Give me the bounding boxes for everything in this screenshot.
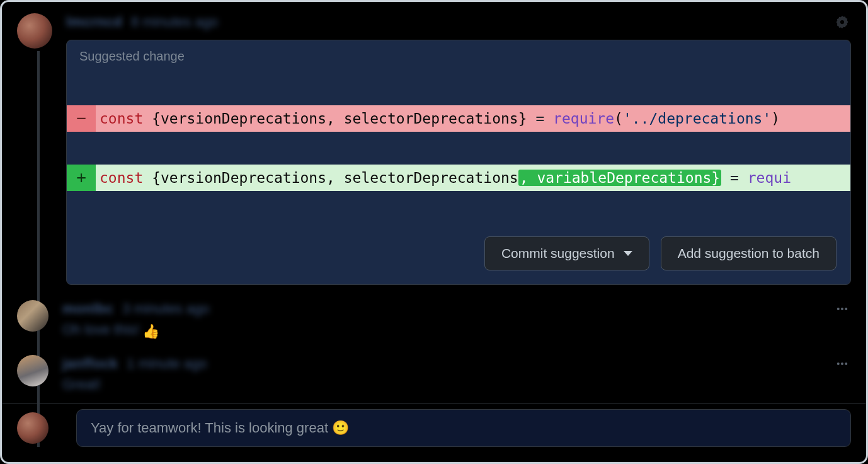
comment-timestamp: 1 minute ago [127,356,207,372]
comment-meta: janffock 1 minute ago [62,355,851,373]
review-conversation-frame: lmcrncd 8 minutes ago Suggested change −… [0,0,868,464]
comment-username[interactable]: janffock [62,356,118,372]
comment-body: janffock 1 minute ago Great! [62,355,851,393]
comment-meta: lmcrncd 8 minutes ago [66,13,851,31]
svg-point-1 [841,308,843,310]
svg-point-4 [841,362,843,365]
avatar[interactable] [17,300,49,332]
gear-icon[interactable] [833,13,851,31]
comment-text: Oh love this! [62,322,139,337]
kebab-icon[interactable] [833,300,851,318]
avatar[interactable] [17,355,49,386]
commit-suggestion-button[interactable]: Commit suggestion [484,236,649,270]
comment-item: janffock 1 minute ago Great! [17,355,851,393]
diff-gutter-minus: − [67,105,96,132]
comment-username[interactable]: lmcrncd [66,14,122,30]
diff-line-added: + const {versionDeprecations, selectorDe… [67,165,850,191]
comment-timestamp: 8 minutes ago [131,14,218,30]
comment-text-row: Oh love this! 👍 [62,322,851,340]
reply-row: Yay for teamwork! This is looking great … [17,403,851,447]
avatar[interactable] [17,13,52,49]
diff-block: − const {versionDeprecations, selectorDe… [67,72,850,224]
comment-item: monlbc 3 minutes ago Oh love this! 👍 [17,300,851,340]
comment-text: Great! [62,376,101,392]
suggestion-box: Suggested change − const {versionDepreca… [66,40,851,285]
comment-text-row: Great! [62,376,851,393]
divider [2,403,866,403]
comment-item: lmcrncd 8 minutes ago Suggested change −… [17,13,851,285]
comment-thread: lmcrncd 8 minutes ago Suggested change −… [17,13,851,447]
diff-line-removed: − const {versionDeprecations, selectorDe… [67,105,850,132]
comment-username[interactable]: monlbc [62,301,113,317]
reply-input[interactable]: Yay for teamwork! This is looking great … [76,409,851,447]
comment-body: lmcrncd 8 minutes ago Suggested change −… [66,13,851,285]
add-to-batch-button[interactable]: Add suggestion to batch [661,236,837,270]
diff-gutter-plus: + [67,165,96,191]
kebab-icon[interactable] [833,355,851,373]
reply-placeholder: Yay for teamwork! This is looking great … [91,420,349,436]
diff-code-removed: const {versionDeprecations, selectorDepr… [96,105,850,132]
avatar[interactable] [17,412,49,444]
svg-point-3 [837,362,840,365]
diff-code-added: const {versionDeprecations, selectorDepr… [96,165,850,191]
diff-added-highlight: , variableDeprecations} [518,170,722,186]
svg-point-0 [837,308,840,310]
add-to-batch-label: Add suggestion to batch [678,246,819,261]
svg-point-2 [845,308,847,310]
chevron-down-icon [624,251,632,256]
comment-timestamp: 3 minutes ago [122,301,209,317]
thumbs-up-icon: 👍 [142,323,159,340]
suggestion-header: Suggested change [67,40,850,72]
comment-body: monlbc 3 minutes ago Oh love this! 👍 [62,300,851,340]
svg-point-5 [845,362,847,365]
comment-meta: monlbc 3 minutes ago [62,300,851,318]
commit-suggestion-label: Commit suggestion [501,246,615,261]
suggestion-actions: Commit suggestion Add suggestion to batc… [67,224,850,284]
